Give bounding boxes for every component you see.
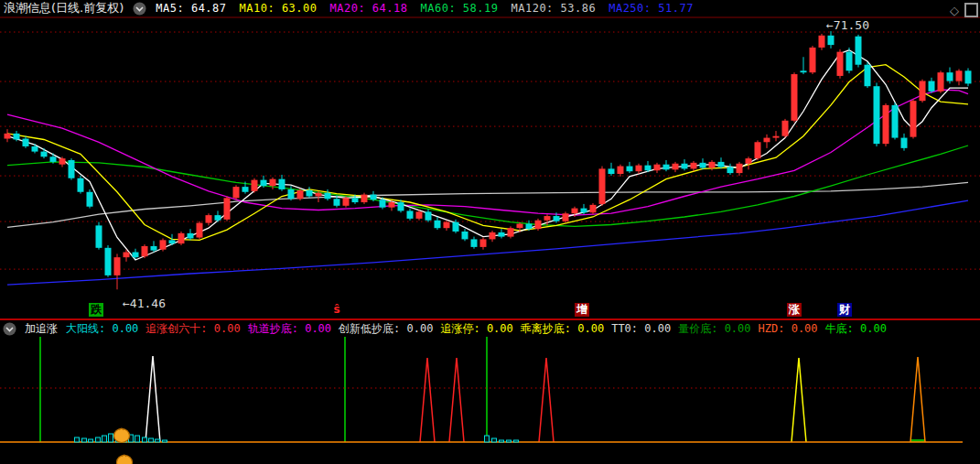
candle (389, 202, 395, 208)
candle (691, 163, 697, 169)
high-price-marker: ←71.50 (826, 18, 869, 32)
candle (810, 48, 816, 72)
maximize-icon[interactable] (964, 3, 978, 17)
candle (499, 232, 505, 237)
indicator-field: 追涨停: 0.00 (440, 321, 512, 337)
event-tag: 增 (575, 303, 589, 317)
indicator-spike (449, 358, 464, 442)
candle (5, 134, 11, 139)
ma-legend-item: MA20: 64.18 (330, 2, 408, 15)
candle (361, 195, 368, 202)
chevron-down-icon[interactable] (133, 2, 146, 16)
candle (608, 168, 615, 174)
candle (773, 136, 780, 138)
histogram-bar (82, 438, 87, 442)
histogram-bar (109, 434, 113, 442)
candle (124, 253, 130, 258)
indicator-field: 创新低抄底: 0.00 (339, 321, 433, 337)
histogram-bar (163, 440, 167, 442)
candle (114, 257, 121, 275)
candle (526, 224, 533, 230)
candle (746, 158, 752, 164)
ma-legend-item: MA120: 53.86 (511, 2, 596, 15)
candle (462, 232, 468, 239)
indicator-spike (792, 358, 806, 442)
candle (663, 165, 670, 170)
candle (883, 105, 889, 144)
sub-indicator-panel[interactable] (0, 337, 980, 464)
histogram-bar (96, 437, 101, 442)
candle (407, 210, 414, 218)
sub-indicator-plot[interactable] (0, 337, 980, 464)
histogram-bar (485, 436, 490, 442)
event-tag: 跌 (89, 303, 103, 317)
ma-legend-item: MA5: 64.87 (156, 2, 226, 15)
candle (755, 142, 761, 158)
candle (288, 189, 295, 199)
indicator-fields: 大阳线: 0.00追涨创六十: 0.00轨道抄底: 0.00创新低抄底: 0.0… (66, 321, 894, 337)
indicator-field: TT0: 0.00 (611, 322, 671, 335)
candle (50, 156, 57, 162)
candle (133, 253, 139, 258)
title-bar: 浪潮信息(日线.前复权) MA5: 64.87MA10: 63.00MA20: … (0, 0, 980, 18)
candle (32, 146, 38, 152)
event-tag: 涨 (787, 303, 802, 317)
event-tag: 财 (837, 303, 852, 317)
gold-ingot-marker (114, 429, 130, 443)
candle (188, 233, 194, 239)
candle (490, 232, 496, 240)
indicator-spike (539, 358, 554, 442)
candle (41, 152, 48, 157)
candle (59, 158, 66, 165)
candle (78, 178, 84, 192)
candle (700, 163, 706, 168)
main-candlestick-chart[interactable]: ←71.50←41.46 跌ŝ增涨财 (0, 18, 980, 318)
candle (673, 164, 679, 170)
candlestick-plot[interactable]: ←71.50←41.46 (0, 18, 980, 318)
histogram-bar (514, 440, 519, 442)
candle (828, 36, 835, 45)
candle (792, 74, 798, 121)
candle (572, 209, 578, 214)
ma-legend-item: MA10: 63.00 (240, 2, 318, 15)
candle (892, 105, 899, 138)
ma-line-ma10 (7, 65, 968, 241)
ma-legend-item: MA250: 51.77 (608, 2, 694, 15)
candle (956, 70, 963, 81)
candle (727, 167, 734, 174)
candle (233, 187, 240, 198)
indicator-field: 追涨创六十: 0.00 (145, 321, 240, 337)
indicator-name[interactable]: 加追涨 (25, 321, 58, 337)
candle (334, 199, 340, 206)
candle (325, 193, 331, 200)
histogram-bar (75, 437, 80, 442)
chevron-down-icon[interactable] (3, 322, 16, 336)
ma-line-ma60 (7, 146, 968, 226)
candle (846, 52, 853, 71)
candle (279, 179, 285, 189)
candle (636, 166, 642, 172)
candle (709, 162, 716, 168)
candle (554, 216, 560, 221)
candle (96, 225, 102, 247)
candle (471, 239, 478, 246)
candle (910, 101, 917, 136)
ma-legend: MA5: 64.87MA10: 63.00MA20: 64.18MA60: 58… (156, 2, 694, 15)
candle (901, 138, 908, 148)
candle (563, 213, 569, 221)
diamond-icon[interactable]: ◇ (950, 5, 959, 16)
histogram-bar (149, 438, 154, 442)
candle (444, 222, 450, 229)
candle (837, 52, 844, 76)
candle (252, 180, 258, 191)
candle (352, 198, 359, 202)
event-tag: ŝ (329, 303, 344, 317)
candle (544, 216, 551, 221)
histogram-bar (143, 437, 147, 442)
candle (242, 187, 249, 192)
candle (105, 248, 112, 275)
candle (480, 239, 487, 246)
candle (782, 121, 789, 136)
candle (590, 205, 597, 212)
candle (819, 36, 825, 48)
